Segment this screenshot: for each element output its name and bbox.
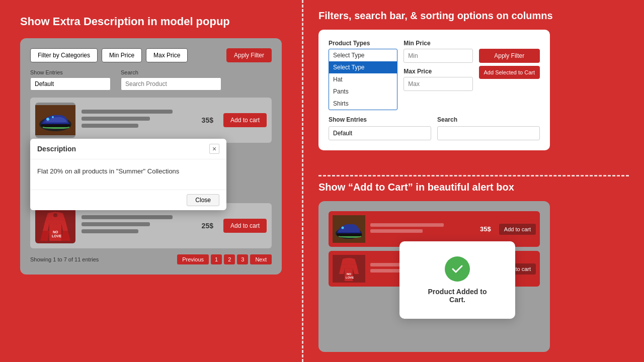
filter-search-label: Search [437, 116, 540, 123]
add-to-cart-button-2[interactable]: Add to cart [223, 219, 267, 233]
right-bottom-section: Show “Add to Cart” in beautiful alert bo… [318, 182, 629, 352]
modal-description-text: Flat 20% on all products in "Summer" Col… [37, 167, 179, 175]
dropdown-select-type-1[interactable]: Select Type [329, 49, 397, 61]
show-entries-label: Show Entries [30, 69, 111, 75]
modal-header: Description × [30, 139, 226, 159]
main-card: Filter by Categories Min Price Max Price… [20, 38, 282, 275]
modal-close-btn[interactable]: Close [187, 194, 219, 206]
left-panel: Show Extra Description in model popup Fi… [0, 0, 302, 362]
small-product-line [370, 229, 423, 233]
page-1-button[interactable]: 1 [211, 254, 222, 264]
vertical-divider [302, 0, 303, 362]
horizontal-divider [318, 175, 629, 176]
alert-section-card: 35$ Add to cart NO LOVE [318, 201, 550, 352]
product-lines-2 [82, 215, 196, 236]
small-product-line [370, 223, 444, 227]
description-modal: Description × Flat 20% on all products i… [30, 139, 226, 210]
filter-show-entries-label: Show Entries [329, 116, 431, 123]
small-product-image-2: NO LOVE [333, 255, 365, 283]
product-lines-1 [82, 110, 196, 131]
dropdown-select-type-2[interactable]: Select Type [329, 61, 397, 73]
show-entries-group: Show Entries [30, 69, 111, 90]
next-page-button[interactable]: Next [250, 254, 272, 264]
page-2-button[interactable]: 2 [224, 254, 235, 264]
small-price-1: 35$ [480, 225, 491, 233]
min-price-label: Min Price [404, 40, 472, 47]
filter-bottom-row: Show Entries Search [329, 116, 540, 140]
success-alert: Product Added to Cart. [399, 241, 515, 319]
search-input[interactable] [121, 77, 221, 90]
svg-text:LOVE: LOVE [52, 234, 61, 238]
filter-row: Filter by Categories Min Price Max Price… [30, 48, 272, 62]
product-line [82, 124, 138, 128]
prev-page-button[interactable]: Previous [177, 254, 209, 264]
max-price-label: Max Price [404, 68, 472, 75]
modal-body: Flat 20% on all products in "Summer" Col… [30, 159, 226, 190]
svg-point-3 [52, 116, 54, 118]
search-label: Search [121, 69, 221, 75]
product-image-2: NO LOVE [35, 208, 75, 243]
product-line [82, 117, 150, 121]
min-price-input[interactable] [404, 49, 472, 63]
add-to-cart-button-1[interactable]: Add to cart [223, 113, 267, 127]
svg-point-5 [53, 213, 57, 217]
entries-search-row: Show Entries Search [30, 69, 272, 90]
svg-point-2 [46, 118, 49, 121]
product-row-1: 35$ Add to cart [30, 98, 272, 143]
small-add-cart-btn-1[interactable]: Add to cart [499, 224, 536, 235]
modal-footer: Close [30, 190, 226, 210]
show-entries-input[interactable] [30, 77, 111, 90]
dropdown-pants[interactable]: Pants [329, 85, 397, 98]
product-line [82, 229, 138, 233]
filter-show-entries-input[interactable] [329, 126, 431, 140]
right-top-title: Filters, search bar, & sorting options o… [318, 10, 629, 22]
success-alert-text: Product Added to Cart. [425, 288, 490, 304]
success-icon [445, 256, 470, 282]
small-product-lines-1 [370, 223, 475, 235]
filter-by-categories-button[interactable]: Filter by Categories [30, 48, 98, 62]
dropdown-shirts[interactable]: Shirts [329, 98, 397, 110]
small-product-image-1 [333, 215, 365, 243]
filter-search-col: Search [437, 116, 540, 140]
svg-text:NO: NO [347, 273, 351, 276]
product-types-dropdown[interactable]: Select Type Select Type Hat Pants Shirts [329, 49, 397, 110]
apply-filter-button[interactable]: Apply Filter [226, 48, 272, 62]
filter-search-input[interactable] [437, 126, 540, 140]
product-types-label: Product Types [329, 40, 397, 47]
filter-card: Product Types Select Type Select Type Ha… [318, 30, 550, 150]
filter-action-buttons: Apply Filter Add Selected to Cart [479, 40, 540, 79]
min-price-button[interactable]: Min Price [102, 48, 142, 62]
page-3-button[interactable]: 3 [237, 254, 248, 264]
add-selected-to-cart-button[interactable]: Add Selected to Cart [479, 66, 540, 79]
product-line [82, 222, 150, 226]
right-apply-filter-button[interactable]: Apply Filter [479, 49, 540, 63]
right-top-section: Filters, search bar, & sorting options o… [318, 10, 629, 170]
product-line [82, 215, 173, 219]
product-price-2: 25$ [202, 222, 213, 230]
right-bottom-title: Show “Add to Cart” in beautiful alert bo… [318, 182, 629, 193]
max-price-button[interactable]: Max Price [146, 48, 188, 62]
product-line [82, 110, 173, 114]
product-price-1: 35$ [202, 116, 213, 124]
pagination-info: Showing 1 to 7 of 11 entries [30, 256, 175, 262]
filter-show-entries-col: Show Entries [329, 116, 431, 140]
modal-title: Description [37, 145, 76, 153]
pagination: Showing 1 to 7 of 11 entries Previous 1 … [30, 254, 272, 264]
right-panel: Filters, search bar, & sorting options o… [303, 0, 644, 362]
price-col: Min Price Max Price [404, 40, 472, 91]
svg-point-10 [342, 227, 344, 229]
svg-text:NO: NO [53, 230, 58, 234]
product-image-1 [35, 103, 75, 138]
modal-close-button[interactable]: × [209, 144, 219, 154]
product-types-col: Product Types Select Type Select Type Ha… [329, 40, 397, 110]
dropdown-hat[interactable]: Hat [329, 73, 397, 85]
max-price-input[interactable] [404, 77, 472, 91]
left-section-title: Show Extra Description in model popup [20, 15, 282, 28]
search-group: Search [121, 69, 221, 90]
svg-text:LOVE: LOVE [346, 276, 354, 279]
